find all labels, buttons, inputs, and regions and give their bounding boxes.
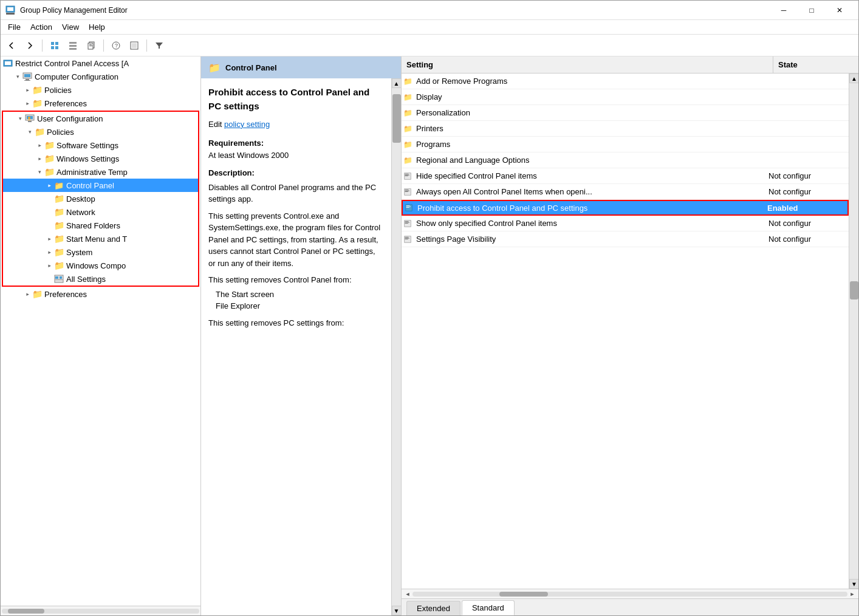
comp-policies-label: Policies — [44, 86, 72, 95]
row-name-hide-specified: Hide specified Control Panel items — [414, 170, 764, 182]
row-display[interactable]: 📁 Display — [402, 89, 849, 105]
row-hide-specified[interactable]: Hide specified Control Panel items Not c… — [402, 168, 849, 184]
menu-file[interactable]: File — [3, 21, 26, 33]
tree-item-shared-folders[interactable]: 📁 Shared Folders — [3, 219, 198, 232]
arrow-control-panel[interactable]: ▾ — [44, 180, 54, 190]
settings-scroll-up-btn[interactable]: ▲ — [849, 74, 858, 83]
windows-settings-label: Windows Settings — [56, 154, 119, 163]
menu-view[interactable]: View — [57, 21, 84, 33]
desc-list-item-2: File Explorer — [208, 300, 384, 312]
settings-hscrollbar[interactable]: ◄ ► — [402, 589, 858, 598]
tree-scroll[interactable]: Restrict Control Panel Access [A ▾ — [1, 56, 200, 606]
arrow-admin-templates[interactable]: ▾ — [35, 167, 44, 177]
copy-button[interactable] — [83, 37, 100, 54]
hscroll-left-btn[interactable]: ◄ — [403, 589, 412, 599]
settings-scroll-down-btn[interactable]: ▼ — [849, 579, 858, 589]
settings-list-row: 📁 Add or Remove Programs 📁 Display — [402, 74, 858, 589]
arrow-comp-policies[interactable]: ▾ — [22, 85, 32, 95]
setting-icon-always-open — [402, 187, 414, 197]
tree-item-windows-settings[interactable]: ▾ 📁 Windows Settings — [3, 152, 198, 165]
user-policies-label: Policies — [47, 128, 74, 137]
row-state-add-remove — [764, 80, 849, 83]
description-label: Description: — [208, 168, 255, 177]
row-settings-page[interactable]: Settings Page Visibility Not configur — [402, 231, 849, 247]
arrow-user-config[interactable]: ▾ — [15, 114, 25, 123]
arrow-windows-settings[interactable]: ▾ — [35, 154, 44, 163]
row-name-settings-page: Settings Page Visibility — [414, 233, 764, 245]
tree-item-all-settings[interactable]: All Settings — [3, 272, 198, 286]
svg-rect-43 — [406, 207, 411, 207]
tree-item-comp-preferences[interactable]: ▾ 📁 Preferences — [1, 97, 200, 110]
desc-vscrollbar[interactable]: ▲ ▼ — [391, 78, 401, 615]
hscroll-right-btn[interactable]: ► — [847, 589, 857, 599]
toolbar: ? — [1, 35, 858, 56]
forward-button[interactable] — [21, 37, 38, 54]
tree-item-comp-policies[interactable]: ▾ 📁 Policies — [1, 83, 200, 97]
minimize-button[interactable]: ─ — [770, 1, 798, 20]
desc-scroll-up-btn[interactable]: ▲ — [392, 78, 402, 88]
all-settings-icon — [54, 274, 64, 284]
control-panel-icon: 📁 — [54, 180, 64, 190]
col-header-setting: Setting — [402, 56, 773, 73]
maximize-button[interactable]: □ — [798, 1, 826, 20]
row-show-only[interactable]: Show only specified Control Panel items … — [402, 216, 849, 231]
tree-item-network[interactable]: 📁 Network — [3, 205, 198, 219]
tree-item-start-menu[interactable]: ▾ 📁 Start Menu and T — [3, 232, 198, 245]
filter-button[interactable] — [151, 37, 168, 54]
tree-item-desktop[interactable]: 📁 Desktop — [3, 192, 198, 205]
arrow-system[interactable]: ▾ — [44, 247, 54, 257]
row-always-open[interactable]: Always open All Control Panel Items when… — [402, 184, 849, 200]
tree-item-windows-compo[interactable]: ▾ 📁 Windows Compo — [3, 259, 198, 272]
tree-item-control-panel[interactable]: ▾ 📁 Control Panel — [3, 179, 198, 192]
row-prohibit-access[interactable]: Prohibit access to Control Panel and PC … — [402, 200, 849, 216]
policy-setting-link[interactable]: policy setting — [224, 120, 270, 129]
icon-view-button[interactable] — [64, 37, 81, 54]
arrow-computer-config[interactable]: ▾ — [13, 72, 22, 81]
menu-action[interactable]: Action — [26, 21, 57, 33]
tree-item-user-config[interactable]: ▾ User Configuration — [3, 112, 198, 125]
toolbar-separator-1 — [42, 39, 43, 52]
arrow-windows-compo[interactable]: ▾ — [44, 261, 54, 270]
tab-extended[interactable]: Extended — [406, 601, 460, 615]
arrow-software-settings[interactable]: ▾ — [35, 140, 44, 150]
tree-item-user-policies[interactable]: ▾ 📁 Policies — [3, 125, 198, 139]
admin-templates-label: Administrative Temp — [56, 168, 128, 177]
row-printers[interactable]: 📁 Printers — [402, 121, 849, 137]
arrow-start-menu[interactable]: ▾ — [44, 234, 54, 244]
row-state-prohibit-access: Enabled — [762, 202, 847, 214]
user-preferences-label: Preferences — [44, 290, 87, 299]
right-top: Setting State 📁 Add or Remove Programs — [402, 56, 858, 589]
back-button[interactable] — [3, 37, 20, 54]
close-button[interactable]: ✕ — [826, 1, 854, 20]
settings-rows: 📁 Add or Remove Programs 📁 Display — [402, 74, 849, 589]
tree-item-root[interactable]: Restrict Control Panel Access [A — [1, 56, 200, 70]
desc-scroll-track[interactable] — [392, 88, 402, 606]
svg-rect-8 — [69, 45, 77, 47]
row-name-personalization: Personalization — [414, 107, 764, 118]
row-personalization[interactable]: 📁 Personalization — [402, 105, 849, 121]
tree-hscrollbar[interactable] — [1, 606, 200, 615]
row-regional[interactable]: 📁 Regional and Language Options — [402, 152, 849, 168]
svg-point-28 — [28, 117, 30, 119]
settings-vscrollbar[interactable]: ▲ ▼ — [849, 74, 858, 589]
arrow-user-policies[interactable]: ▾ — [25, 127, 35, 137]
tree-item-software-settings[interactable]: ▾ 📁 Software Settings — [3, 139, 198, 152]
row-add-remove[interactable]: 📁 Add or Remove Programs — [402, 74, 849, 89]
view-button[interactable] — [46, 37, 63, 54]
tab-standard[interactable]: Standard — [462, 600, 515, 615]
arrow-user-preferences[interactable]: ▾ — [22, 289, 32, 299]
svg-rect-4 — [55, 42, 58, 45]
help-button[interactable]: ? — [108, 37, 125, 54]
properties-button[interactable] — [126, 37, 143, 54]
tree-item-system[interactable]: ▾ 📁 System — [3, 245, 198, 259]
menu-help[interactable]: Help — [84, 21, 110, 33]
tree-item-admin-templates[interactable]: ▾ 📁 Administrative Temp — [3, 165, 198, 179]
svg-rect-50 — [405, 237, 409, 238]
settings-scroll-track[interactable] — [849, 83, 858, 579]
arrow-comp-preferences[interactable]: ▾ — [22, 98, 32, 108]
desktop-label: Desktop — [66, 194, 95, 204]
tree-item-user-preferences[interactable]: ▾ 📁 Preferences — [1, 287, 200, 301]
desc-scroll-down-btn[interactable]: ▼ — [392, 606, 402, 615]
row-programs[interactable]: 📁 Programs — [402, 137, 849, 152]
tree-item-computer-config[interactable]: ▾ Computer Configuration — [1, 70, 200, 83]
